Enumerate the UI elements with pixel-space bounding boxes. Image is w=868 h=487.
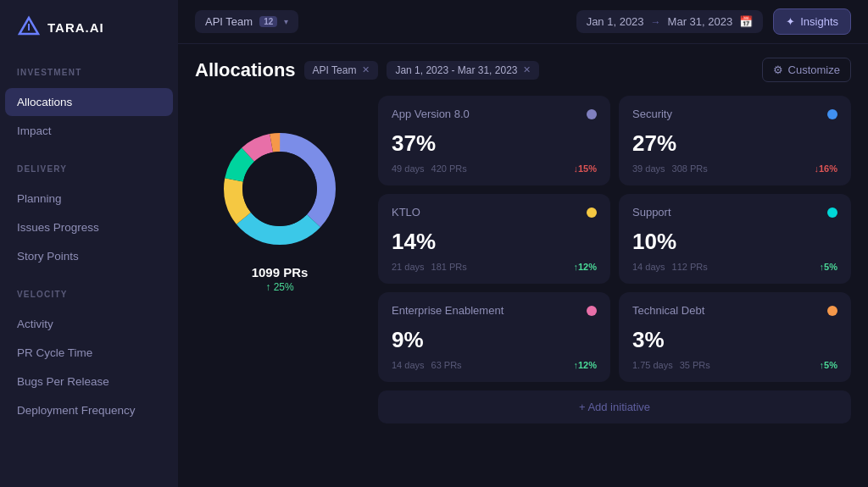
filter-close-team[interactable]: ✕	[362, 64, 370, 75]
sidebar-item-deployment-frequency[interactable]: Deployment Frequency	[5, 396, 173, 424]
card-days: 1.75 days	[632, 360, 673, 370]
card-title: App Version 8.0	[392, 108, 470, 120]
content-area: Allocations API Team ✕ Jan 1, 2023 - Mar…	[178, 44, 868, 487]
main-grid: 1099 PRs ↑ 25% App Version 8.0 37% 49 da…	[195, 96, 851, 423]
card-change: ↑5%	[820, 360, 837, 370]
card-security[interactable]: Security 27% 39 days 308 PRs ↓16%	[619, 96, 851, 185]
card-change: ↑5%	[820, 262, 837, 272]
card-dot	[587, 306, 597, 316]
card-footer: 21 days 181 PRs ↑12%	[392, 262, 597, 272]
section-label-investment: INVESTMENT	[17, 68, 161, 77]
card-header: Support	[632, 206, 837, 219]
card-footer: 39 days 308 PRs ↓16%	[632, 163, 837, 174]
card-footer: 1.75 days 35 PRs ↑5%	[632, 360, 837, 370]
card-title: Technical Debt	[632, 304, 704, 317]
card-prs: 308 PRs	[672, 163, 708, 174]
sidebar-item-activity[interactable]: Activity	[5, 310, 173, 338]
card-days: 14 days	[632, 262, 665, 272]
sidebar-section-investment: INVESTMENT Allocations Impact	[0, 56, 178, 146]
card-prs: 181 PRs	[431, 262, 467, 272]
card-dot	[587, 208, 597, 218]
chevron-down-icon: ▾	[284, 17, 288, 26]
donut-chart-area: 1099 PRs ↑ 25%	[195, 96, 364, 293]
team-name: API Team	[205, 15, 253, 28]
card-prs: 112 PRs	[672, 262, 708, 272]
sidebar-item-issues-progress[interactable]: Issues Progress	[5, 213, 173, 241]
donut-label: 1099 PRs ↑ 25%	[252, 265, 309, 293]
sidebar-section-velocity: VELOCITY Activity PR Cycle Time Bugs Per…	[0, 271, 178, 425]
filter-tag-team[interactable]: API Team ✕	[304, 61, 379, 80]
card-body: 37%	[392, 130, 597, 157]
card-footer: 14 days 112 PRs ↑5%	[632, 262, 837, 272]
topbar: API Team 12 ▾ Jan 1, 2023 → Mar 31, 2023…	[178, 0, 868, 44]
card-title: Enterprise Enablement	[392, 304, 504, 317]
card-days: 21 days	[392, 262, 425, 272]
team-selector[interactable]: API Team 12 ▾	[195, 10, 298, 33]
filter-close-date[interactable]: ✕	[523, 64, 531, 75]
card-header: Security	[632, 108, 837, 120]
sidebar-item-pr-cycle-time[interactable]: PR Cycle Time	[5, 339, 173, 367]
card-body: 10%	[632, 229, 837, 255]
card-dot	[587, 109, 597, 119]
customize-button[interactable]: ⚙ Customize	[762, 58, 851, 82]
card-percent: 37%	[392, 130, 436, 157]
page-header: Allocations API Team ✕ Jan 1, 2023 - Mar…	[195, 58, 851, 82]
card-change: ↑12%	[573, 262, 597, 272]
sidebar: TARA.AI INVESTMENT Allocations Impact DE…	[0, 0, 178, 487]
team-badge: 12	[259, 16, 277, 27]
card-percent: 14%	[392, 229, 436, 255]
card-dot	[827, 306, 837, 316]
card-header: Technical Debt	[632, 304, 837, 317]
card-enterprise-enablement[interactable]: Enterprise Enablement 9% 14 days 63 PRs …	[378, 292, 610, 382]
card-technical-debt[interactable]: Technical Debt 3% 1.75 days 35 PRs ↑5%	[619, 292, 851, 382]
card-ktlo[interactable]: KTLO 14% 21 days 181 PRs ↑12%	[378, 194, 610, 284]
card-percent: 10%	[632, 229, 676, 255]
insights-button[interactable]: ✦ Insights	[773, 8, 851, 35]
card-percent: 27%	[632, 130, 676, 157]
page-title: Allocations	[195, 59, 296, 81]
card-percent: 3%	[632, 327, 665, 353]
card-body: 9%	[392, 327, 597, 353]
card-header: App Version 8.0	[392, 108, 597, 120]
sidebar-item-story-points[interactable]: Story Points	[5, 242, 173, 270]
card-prs: 35 PRs	[680, 360, 710, 370]
logo-icon	[17, 15, 41, 39]
pr-count: 1099 PRs	[252, 265, 309, 279]
cards-grid: App Version 8.0 37% 49 days 420 PRs ↓15%…	[378, 96, 851, 423]
card-title: Security	[632, 108, 672, 120]
card-days: 39 days	[632, 163, 665, 174]
logo-area: TARA.AI	[0, 0, 178, 56]
card-dot	[827, 208, 837, 218]
date-range-selector[interactable]: Jan 1, 2023 → Mar 31, 2023 📅	[576, 10, 764, 33]
date-end: Mar 31, 2023	[668, 15, 733, 28]
card-app-version-8.0[interactable]: App Version 8.0 37% 49 days 420 PRs ↓15%	[378, 96, 610, 185]
add-initiative-button[interactable]: + Add initiative	[378, 390, 851, 423]
card-days: 49 days	[392, 163, 425, 174]
sparkle-icon: ✦	[786, 15, 795, 28]
card-prs: 420 PRs	[431, 163, 467, 174]
sidebar-item-allocations[interactable]: Allocations	[5, 88, 173, 116]
svg-point-8	[242, 152, 317, 226]
sliders-icon: ⚙	[773, 64, 783, 76]
card-body: 14%	[392, 229, 597, 255]
card-footer: 49 days 420 PRs ↓15%	[392, 163, 597, 174]
card-percent: 9%	[392, 327, 424, 353]
card-footer: 14 days 63 PRs ↑12%	[392, 360, 597, 370]
date-start: Jan 1, 2023	[587, 15, 644, 28]
pr-change: ↑ 25%	[252, 281, 309, 293]
card-prs: 63 PRs	[431, 360, 462, 370]
card-body: 27%	[632, 130, 837, 157]
card-support[interactable]: Support 10% 14 days 112 PRs ↑5%	[619, 194, 851, 284]
card-change: ↓16%	[814, 163, 837, 174]
sidebar-item-planning[interactable]: Planning	[5, 185, 173, 213]
section-label-velocity: VELOCITY	[17, 290, 161, 299]
card-change: ↑12%	[573, 360, 597, 370]
filter-tag-date[interactable]: Jan 1, 2023 - Mar 31, 2023 ✕	[387, 61, 539, 80]
card-body: 3%	[632, 327, 837, 353]
date-arrow-icon: →	[651, 16, 661, 28]
main-content: API Team 12 ▾ Jan 1, 2023 → Mar 31, 2023…	[178, 0, 868, 487]
sidebar-item-impact[interactable]: Impact	[5, 117, 173, 145]
sidebar-item-bugs-per-release[interactable]: Bugs Per Release	[5, 368, 173, 396]
card-header: Enterprise Enablement	[392, 304, 597, 317]
card-change: ↓15%	[573, 163, 597, 174]
